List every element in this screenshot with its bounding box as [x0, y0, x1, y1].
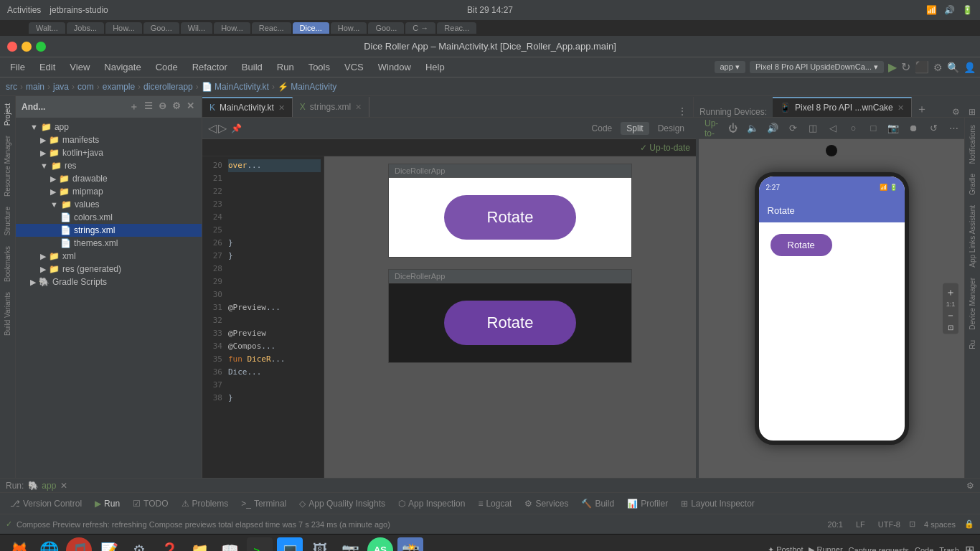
phone-rotate-button[interactable]: Rotate [771, 234, 832, 256]
bc-java[interactable]: java [53, 82, 69, 92]
taskbar-runner[interactable]: ▶ Runner [809, 545, 842, 551]
lock-icon[interactable]: 🔒 [964, 519, 974, 529]
device-manager-tab[interactable]: Device Manager [967, 273, 978, 334]
tabs-overflow-icon[interactable]: ⋮ [672, 105, 693, 117]
device-dropdown[interactable]: Pixel 8 Pro API UpsideDownCa... ▾ [750, 61, 884, 73]
taskbar-reader[interactable]: 📖 [217, 537, 242, 552]
zoom-out-btn[interactable]: － [946, 309, 956, 322]
maximize-button[interactable] [36, 42, 46, 52]
taskbar-gimp[interactable]: 🖼 [307, 537, 333, 552]
volume-up-icon[interactable]: 🔊 [764, 120, 781, 137]
taskbar-trash[interactable]: Trash [939, 546, 959, 552]
tree-item-colors[interactable]: 📄 colors.xml [16, 211, 202, 224]
project-tab[interactable]: Project [2, 99, 13, 130]
browser-tab[interactable]: Goo... [368, 22, 404, 34]
home-icon[interactable]: ○ [844, 120, 862, 137]
tab-layout-inspector[interactable]: ⊞ Layout Inspector [675, 496, 760, 511]
run-app[interactable]: 🐘 app [28, 481, 56, 491]
line-ending[interactable]: LF [852, 520, 870, 529]
taskbar-vscode[interactable]: 💻 [277, 537, 303, 552]
device-panel-expand[interactable]: ⊞ [964, 107, 980, 117]
notifications-tab[interactable]: Notifications [967, 121, 978, 168]
close-button[interactable] [7, 42, 17, 52]
activities-label[interactable]: Activities [7, 5, 41, 15]
minimize-button[interactable] [22, 42, 32, 52]
split-mode-btn[interactable]: Split [621, 122, 649, 135]
menu-view[interactable]: View [64, 60, 95, 74]
tree-item-drawable[interactable]: ▶ 📁 drawable [16, 172, 202, 185]
back-icon[interactable]: ◁ [824, 120, 842, 137]
add-icon[interactable]: ＋ [128, 99, 140, 115]
device-panel-settings[interactable]: ⚙ [948, 107, 964, 117]
browser-tab[interactable]: Reac... [437, 22, 476, 34]
zoom-in-btn[interactable]: ＋ [946, 286, 956, 299]
cursor-position[interactable]: 20:1 [824, 520, 847, 529]
tab-logcat[interactable]: ≡ Logcat [472, 496, 517, 511]
menu-help[interactable]: Help [420, 60, 451, 74]
app-name-label[interactable]: jetbrains-studio [50, 5, 108, 15]
tab-version-control[interactable]: ⎇ Version Control [4, 496, 88, 511]
code-mode-btn[interactable]: Code [586, 122, 618, 135]
taskbar-android-studio[interactable]: AS [367, 537, 393, 552]
taskbar-docs[interactable]: 📝 [96, 537, 122, 552]
bc-main[interactable]: main [26, 82, 44, 92]
tree-item-res-generated[interactable]: ▶ 📁 res (generated) [16, 263, 202, 276]
tree-item-gradle[interactable]: ▶ 🐘 Gradle Scripts [16, 276, 202, 288]
close-panel-icon[interactable]: ✕ [185, 99, 196, 115]
taskbar-postbot[interactable]: ✦ Postbot [768, 545, 803, 551]
tab-mainactivity-close[interactable]: ✕ [278, 103, 285, 113]
tab-app-inspection[interactable]: ⬡ App Inspection [392, 496, 471, 511]
browser-tab[interactable]: Jobs... [67, 22, 104, 34]
menu-file[interactable]: File [4, 60, 31, 74]
browser-tab[interactable]: Goo... [143, 22, 179, 34]
tab-todo[interactable]: ☑ TODO [127, 496, 174, 511]
tree-item-xml[interactable]: ▶ 📁 xml [16, 250, 202, 263]
left-arrow-icon[interactable]: ◁ [208, 121, 217, 135]
collapse-icon[interactable]: ⊖ [157, 99, 168, 115]
menu-vcs[interactable]: VCS [339, 60, 369, 74]
tab-terminal[interactable]: >_ Terminal [235, 496, 292, 511]
menu-run[interactable]: Run [271, 60, 300, 74]
tree-item-themes[interactable]: 📄 themes.xml [16, 237, 202, 250]
browser-tab[interactable]: C → [405, 22, 435, 34]
tab-problems[interactable]: ⚠ Problems [176, 496, 235, 511]
browser-tab-active[interactable]: Dice... [293, 22, 329, 34]
browser-tab[interactable]: Wil... [181, 22, 212, 34]
refresh-icon[interactable]: ↻ [901, 60, 910, 74]
up-to-date-badge[interactable]: ✓ Up-to-date [640, 143, 690, 153]
volume-down-icon[interactable]: 🔈 [744, 120, 761, 137]
gradle-tab[interactable]: Gradle [967, 169, 978, 199]
settings-icon[interactable]: ⚙ [933, 62, 943, 73]
recents-icon[interactable]: □ [864, 120, 882, 137]
browser-tab[interactable]: How... [331, 22, 367, 34]
browser-tab[interactable]: Walt... [29, 22, 65, 34]
menu-tools[interactable]: Tools [303, 60, 336, 74]
app-dropdown[interactable]: app ▾ [715, 61, 745, 73]
tree-item-kotlin-java[interactable]: ▶ 📁 kotlin+java [16, 146, 202, 159]
pin-icon[interactable]: 📌 [231, 123, 242, 133]
tree-item-app[interactable]: ▼ 📁 app [16, 121, 202, 133]
rotate-device-icon[interactable]: ⟳ [784, 120, 801, 137]
fit-screen-btn[interactable]: ⊡ [948, 324, 953, 331]
bc-src[interactable]: src [6, 82, 17, 92]
run-button-toolbar[interactable]: ▶ [888, 60, 897, 74]
charset[interactable]: UTF-8 [874, 520, 905, 529]
browser-tab[interactable]: How... [214, 22, 250, 34]
tree-item-manifests[interactable]: ▶ 📁 manifests [16, 133, 202, 146]
taskbar-code[interactable]: Code [915, 546, 933, 552]
rotate-button-preview-1[interactable]: Rotate [444, 195, 577, 240]
tab-build[interactable]: 🔨 Build [575, 496, 620, 511]
tree-item-strings[interactable]: 📄 strings.xml [16, 224, 202, 237]
tab-strings[interactable]: X strings.xml ✕ [293, 97, 369, 117]
screen-record-icon[interactable]: ⏺ [905, 120, 922, 137]
bc-mainactivity[interactable]: ⚡ MainActivity [278, 82, 336, 92]
right-arrow-icon[interactable]: ▷ [218, 121, 227, 135]
resource-manager-tab[interactable]: Resource Manager [2, 131, 13, 201]
bc-dicerollerapp[interactable]: dicerollerapp [143, 82, 193, 92]
screenshot-icon[interactable]: 📷 [885, 120, 902, 137]
taskbar-capture[interactable]: Capture requests [849, 546, 909, 552]
taskbar-settings[interactable]: ⚙ [126, 537, 152, 552]
device-tab-pixel[interactable]: 📱 Pixel 8 Pro API ...wnCake ✕ [773, 97, 912, 117]
undo-icon[interactable]: ↺ [925, 120, 942, 137]
browser-tab[interactable]: How... [105, 22, 142, 34]
